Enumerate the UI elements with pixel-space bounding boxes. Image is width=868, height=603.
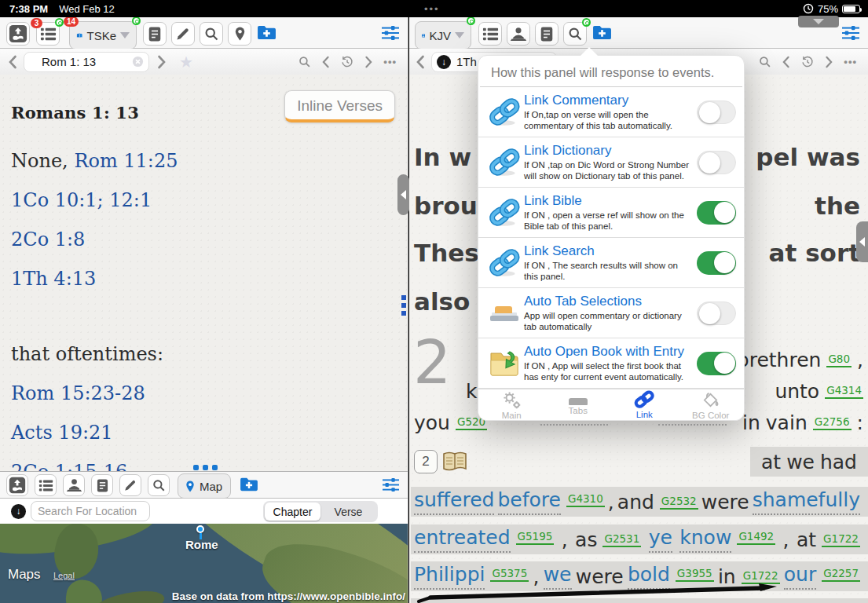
bible-tab-button[interactable] <box>6 474 28 496</box>
bible-word[interactable]: you <box>414 411 450 434</box>
search-button[interactable] <box>563 22 587 46</box>
strongs-number[interactable]: G2532 <box>660 495 698 510</box>
scripture-link[interactable]: 2Co 1:8 <box>11 228 85 250</box>
commentary-button[interactable] <box>535 22 559 46</box>
history-icon[interactable] <box>340 55 354 69</box>
add-tab-button[interactable] <box>239 477 259 492</box>
strongs-number[interactable]: G1722 <box>822 532 860 547</box>
scripture-link[interactable]: Rom 11:25 <box>74 150 178 172</box>
bible-word[interactable]: were <box>701 491 749 513</box>
bible-word[interactable]: ye <box>649 526 672 553</box>
reading-plan-button[interactable] <box>63 474 85 496</box>
bible-word[interactable]: , <box>783 528 789 551</box>
panel-collapse-handle[interactable] <box>856 221 868 262</box>
bible-line[interactable]: sufferedbeforeG4310,andG2532wereshameful… <box>411 487 868 517</box>
strongs-number[interactable]: G2531 <box>602 532 641 547</box>
setting-toggle[interactable] <box>697 151 736 174</box>
setting-toggle[interactable] <box>697 100 736 124</box>
bible-word[interactable]: entreated <box>414 526 511 553</box>
bible-line[interactable]: entreatedG5195,asG2531yeknowG1492,atG172… <box>411 524 868 554</box>
pulldown-handle[interactable] <box>798 16 839 27</box>
bible-word[interactable]: Thes <box>414 239 479 267</box>
strongs-number[interactable]: G4310 <box>566 492 605 507</box>
search-button[interactable] <box>200 22 223 46</box>
more-options-button[interactable]: ••• <box>383 56 397 68</box>
bible-word[interactable]: in <box>742 411 760 434</box>
maps-legal-link[interactable]: Legal <box>53 571 75 580</box>
bible-word[interactable]: you <box>740 600 776 603</box>
chevron-down-icon[interactable] <box>120 32 130 38</box>
notes-list-button[interactable] <box>478 22 502 46</box>
bible-word[interactable]: before <box>498 488 561 515</box>
segment-verse[interactable]: Verse <box>320 502 376 521</box>
popover-tab-tabs[interactable]: Tabs <box>545 389 612 420</box>
download-circle-icon[interactable]: ↓ <box>11 504 26 519</box>
commentary-button[interactable] <box>91 474 113 496</box>
map-view[interactable]: Rome Maps Legal Base on data from https:… <box>0 524 408 603</box>
setting-toggle[interactable] <box>697 302 736 325</box>
bible-word[interactable]: , <box>533 565 540 588</box>
tab-tske[interactable]: TSKe 14 <box>69 21 137 49</box>
panel-settings-button[interactable] <box>381 24 400 42</box>
bible-word[interactable]: k <box>466 380 477 403</box>
strongs-number[interactable]: G5375 <box>490 567 529 582</box>
scripture-link[interactable]: 2Co 1:15-16, <box>11 461 134 471</box>
tab-kjv[interactable]: KJV <box>415 21 471 49</box>
strongs-number[interactable]: G2756 <box>813 415 852 430</box>
notes-edit-button[interactable] <box>119 474 141 496</box>
commentary-button[interactable] <box>143 22 167 46</box>
bible-word[interactable]: , <box>608 491 614 513</box>
popover-tab-bg-color[interactable]: BG Color <box>678 389 745 420</box>
verse-number-chip[interactable]: 2 <box>414 450 438 473</box>
bible-word[interactable]: pel was <box>756 143 860 171</box>
bible-word[interactable]: : <box>857 411 863 434</box>
bible-word[interactable]: unto <box>643 600 688 603</box>
scripture-link[interactable]: Acts 19:21 <box>11 422 113 444</box>
back-button[interactable] <box>321 56 330 68</box>
notes-edit-button[interactable] <box>171 22 195 46</box>
panel-settings-button[interactable] <box>841 24 860 42</box>
popover-tab-main[interactable]: Main <box>478 389 545 420</box>
clear-icon[interactable] <box>132 56 144 68</box>
split-drag-handle[interactable] <box>193 465 218 470</box>
reference-input[interactable]: Rom 1: 13 <box>24 52 149 72</box>
bible-word[interactable]: also <box>414 287 470 316</box>
next-reference-button[interactable] <box>157 55 167 69</box>
bible-word[interactable]: shamefully <box>753 488 860 515</box>
bible-word[interactable]: brethren <box>737 349 822 371</box>
inline-verses-button[interactable]: Inline Verses <box>284 90 395 122</box>
search-button[interactable] <box>148 474 170 496</box>
split-drag-handle[interactable] <box>401 295 406 316</box>
panel-settings-button[interactable] <box>382 477 400 493</box>
tab-map[interactable]: Map <box>178 473 231 499</box>
scripture-link[interactable]: Rom 15:23-28 <box>11 382 145 404</box>
window-control-icon[interactable]: ••• <box>424 3 440 15</box>
notes-list-button[interactable]: 3 <box>36 22 60 46</box>
bible-word[interactable]: In w <box>414 143 471 171</box>
prev-reference-button[interactable] <box>8 55 17 69</box>
add-tab-button[interactable] <box>591 24 613 41</box>
setting-toggle[interactable] <box>697 352 736 375</box>
popover-tab-link[interactable]: Link <box>611 389 678 420</box>
bible-word[interactable]: , <box>857 349 863 371</box>
bible-word[interactable]: had <box>820 451 857 473</box>
bible-word[interactable]: , <box>562 528 568 551</box>
bible-word[interactable]: know <box>679 526 731 553</box>
strongs-number[interactable]: G4314 <box>825 384 863 399</box>
bible-word[interactable]: speak <box>533 600 591 603</box>
bible-word[interactable]: vain <box>766 411 808 434</box>
map-button[interactable] <box>228 22 251 46</box>
setting-toggle[interactable] <box>697 201 736 225</box>
strongs-number[interactable]: G1492 <box>737 530 775 545</box>
bible-word[interactable]: suffered <box>414 488 494 515</box>
bible-word[interactable]: we <box>786 451 815 473</box>
bible-word[interactable]: at <box>797 528 816 551</box>
bible-word[interactable]: and <box>617 491 654 513</box>
forward-button[interactable] <box>364 56 373 68</box>
bible-word[interactable]: we <box>544 563 572 590</box>
bible-word[interactable]: in <box>718 565 736 588</box>
bible-word[interactable]: at <box>761 451 781 473</box>
segment-chapter[interactable]: Chapter <box>265 502 320 521</box>
bookmark-star-icon[interactable]: ★ <box>179 53 193 71</box>
bible-word[interactable]: Philippi <box>414 563 485 590</box>
